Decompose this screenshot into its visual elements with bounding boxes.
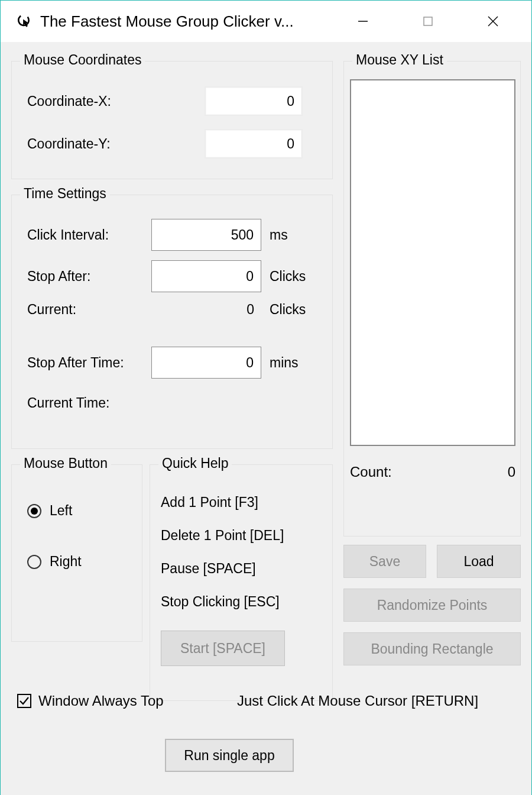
- count-label: Count:: [350, 464, 392, 480]
- xy-listbox[interactable]: [350, 79, 515, 446]
- maximize-button[interactable]: [395, 1, 460, 42]
- save-button[interactable]: Save: [343, 545, 426, 578]
- mouse-xy-list-group: Mouse XY List Count: 0: [343, 61, 521, 537]
- mouse-button-legend: Mouse Button: [20, 455, 111, 471]
- click-interval-label: Click Interval:: [27, 227, 151, 243]
- click-interval-unit: ms: [270, 227, 288, 243]
- mouse-xy-list-legend: Mouse XY List: [352, 52, 447, 68]
- window-title: The Fastest Mouse Group Clicker v...: [40, 12, 294, 31]
- stop-after-time-unit: mins: [270, 355, 299, 371]
- stop-after-unit: Clicks: [270, 269, 306, 285]
- radio-right-indicator: [27, 555, 41, 569]
- mouse-button-group: Mouse Button Left Right: [11, 464, 142, 642]
- svg-rect-2: [424, 17, 432, 25]
- time-settings-legend: Time Settings: [20, 186, 110, 202]
- window-body: Mouse Coordinates Coordinate-X: Coordina…: [1, 42, 531, 795]
- randomize-points-button[interactable]: Randomize Points: [343, 589, 521, 622]
- current-time-label: Current Time:: [27, 395, 109, 411]
- quick-help-add-point: Add 1 Point [F3]: [161, 495, 258, 510]
- count-value: 0: [508, 464, 515, 480]
- stop-after-time-label: Stop After Time:: [27, 355, 151, 371]
- time-settings-group: Time Settings Click Interval: ms Stop Af…: [11, 195, 333, 449]
- stop-after-input[interactable]: [151, 260, 261, 292]
- checkmark-icon: [17, 694, 31, 708]
- stop-after-label: Stop After:: [27, 269, 151, 285]
- quick-help-legend: Quick Help: [158, 455, 232, 471]
- start-button[interactable]: Start [SPACE]: [161, 631, 285, 666]
- minimize-button[interactable]: [330, 1, 395, 42]
- coord-x-input[interactable]: [205, 86, 303, 116]
- radio-right[interactable]: Right: [27, 554, 82, 570]
- radio-left-label: Left: [50, 503, 72, 519]
- titlebar: The Fastest Mouse Group Clicker v...: [1, 1, 531, 42]
- click-interval-input[interactable]: [151, 219, 261, 251]
- coord-y-input[interactable]: [205, 129, 303, 159]
- mouse-coordinates-legend: Mouse Coordinates: [20, 52, 145, 68]
- always-top-label: Window Always Top: [38, 693, 164, 709]
- quick-help-stop: Stop Clicking [ESC]: [161, 594, 280, 610]
- coord-y-label: Coordinate-Y:: [27, 136, 205, 152]
- quick-help-group: Quick Help Add 1 Point [F3] Delete 1 Poi…: [150, 464, 333, 701]
- radio-left-indicator: [27, 504, 41, 518]
- app-window: The Fastest Mouse Group Clicker v... Mou…: [0, 0, 532, 795]
- just-click-hint: Just Click At Mouse Cursor [RETURN]: [237, 693, 478, 709]
- always-top-checkbox[interactable]: Window Always Top: [17, 693, 164, 709]
- radio-left[interactable]: Left: [27, 503, 72, 519]
- app-icon: [15, 13, 32, 30]
- current-clicks-label: Current:: [27, 302, 151, 318]
- quick-help-delete-point: Delete 1 Point [DEL]: [161, 528, 284, 544]
- mouse-coordinates-group: Mouse Coordinates Coordinate-X: Coordina…: [11, 61, 333, 179]
- coord-x-label: Coordinate-X:: [27, 93, 205, 109]
- close-button[interactable]: [460, 1, 525, 42]
- current-clicks-unit: Clicks: [270, 302, 306, 318]
- current-clicks-value: 0: [151, 302, 261, 318]
- quick-help-pause: Pause [SPACE]: [161, 561, 256, 577]
- run-single-app-button[interactable]: Run single app: [165, 739, 294, 772]
- load-button[interactable]: Load: [437, 545, 521, 578]
- radio-right-label: Right: [50, 554, 82, 570]
- bounding-rectangle-button[interactable]: Bounding Rectangle: [343, 632, 521, 665]
- stop-after-time-input[interactable]: [151, 347, 261, 379]
